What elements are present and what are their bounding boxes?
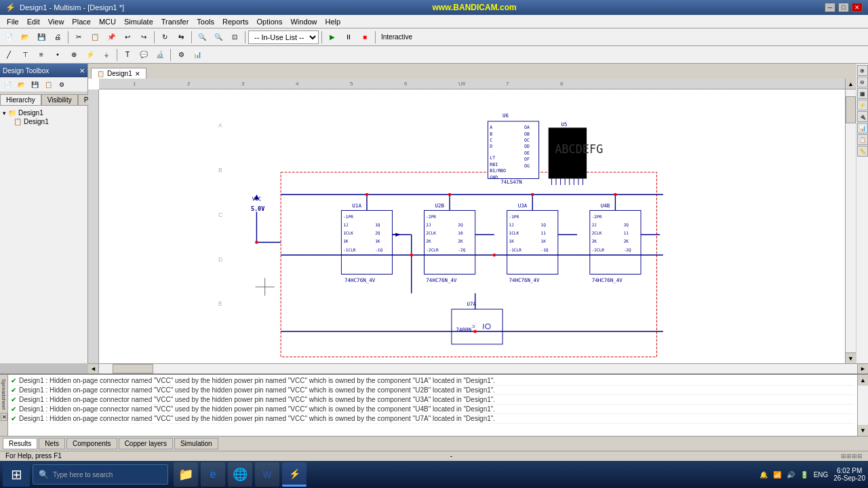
schematic-diagram[interactable]: A B C D E VCC 5.0V [99,89,845,363]
h-scroll-thumb[interactable] [113,364,153,373]
copy-button[interactable]: 📋 [87,30,102,45]
bus-tool[interactable]: ≡ [34,47,49,62]
h-scroll-track[interactable] [99,364,857,373]
text-tool[interactable]: T [120,47,135,62]
tab-visibility[interactable]: Visibility [41,94,78,105]
sim-settings-button[interactable]: ⚙ [174,47,189,62]
zoom-in-button[interactable]: 🔍 [195,30,210,45]
menu-simulate[interactable]: Simulate [120,16,157,27]
pause-button[interactable]: ⏸ [341,30,356,45]
rp-btn-6[interactable]: 📊 [857,123,868,134]
rp-btn-2[interactable]: ⊖ [857,77,868,87]
rp-btn-7[interactable]: 📋 [857,134,868,145]
cut-button[interactable]: ✂ [71,30,86,45]
menu-edit[interactable]: Edit [23,16,44,27]
msg-scroll-up[interactable]: ▲ [858,375,868,386]
toolbox-new-btn[interactable]: 📄 [1,79,14,91]
tab-simulation[interactable]: Simulation [174,438,218,449]
probe-tool[interactable]: 🔬 [153,47,167,62]
toolbox-tree: ▾ 📁 Design1 📋 Design1 [0,106,87,363]
menu-options[interactable]: Options [253,16,287,27]
maximize-button[interactable]: □ [838,3,849,12]
scroll-up-button[interactable]: ▲ [846,79,856,89]
save-button[interactable]: 💾 [34,30,49,45]
menu-view[interactable]: View [44,16,68,27]
taskbar-edge[interactable]: 🌐 [228,462,252,487]
undo-button[interactable]: ↩ [120,30,135,45]
close-button[interactable]: ✕ [852,3,863,12]
toolbox-copy-btn[interactable]: 📋 [42,79,54,91]
svg-text:OB: OB [524,131,530,137]
wire-tool[interactable]: ╱ [1,47,16,62]
rp-btn-4[interactable]: ⚡ [857,100,868,110]
svg-text:RBI: RBI [490,162,498,167]
menu-place[interactable]: Place [68,16,95,27]
horizontal-scrollbar[interactable]: ◄ ► [88,363,868,373]
toolbox-settings-btn[interactable]: ⚙ [56,79,68,91]
menu-file[interactable]: File [3,16,23,27]
junction-tool[interactable]: • [50,47,65,62]
taskbar-file-explorer[interactable]: 📁 [174,462,198,487]
new-button[interactable]: 📄 [1,30,16,45]
toolbox-open-btn[interactable]: 📂 [15,79,27,91]
grapher-button[interactable]: 📊 [190,47,205,62]
design-tab-close[interactable]: ✕ [135,70,140,77]
menu-window[interactable]: Window [286,16,321,27]
rp-btn-5[interactable]: 🔌 [857,111,868,122]
status-help-text: For Help, press F1 [5,452,62,460]
run-button[interactable]: ▶ [325,30,340,45]
net-tool[interactable]: ⊤ [18,47,33,62]
taskbar-multisim[interactable]: ⚡ [282,462,307,487]
in-use-list-dropdown[interactable]: -- In-Use List -- [248,30,319,44]
schematic-canvas[interactable]: 1 2 3 4 5 6 U6 7 8 [88,79,845,363]
tab-hierarchy[interactable]: Hierarchy [0,94,41,105]
tree-item-design1-folder[interactable]: ▾ 📁 Design1 [3,108,85,117]
ground-tool[interactable]: ⏚ [99,47,114,62]
menu-tools[interactable]: Tools [193,16,218,27]
stop-button[interactable]: ■ [357,30,372,45]
print-button[interactable]: 🖨 [50,30,65,45]
rp-btn-3[interactable]: ▦ [857,88,868,99]
zoom-fit-button[interactable]: ⊡ [227,30,242,45]
scroll-thumb[interactable] [846,96,856,123]
tab-components[interactable]: Components [66,438,117,449]
rotate-button[interactable]: ↻ [157,30,172,45]
comment-tool[interactable]: 💬 [136,47,151,62]
component-tool[interactable]: ⊕ [66,47,81,62]
zoom-out-button[interactable]: 🔍 [211,30,226,45]
svg-text:74HC76N_4V: 74HC76N_4V [509,277,540,283]
redo-button[interactable]: ↪ [136,30,151,45]
toolbox-close-button[interactable]: ✕ [79,67,85,75]
menu-reports[interactable]: Reports [218,16,253,27]
taskbar-search-box[interactable]: 🔍 Type here to search [33,464,168,485]
tree-item-design1-schematic[interactable]: 📋 Design1 [3,117,85,126]
start-button[interactable]: ⊞ [3,462,30,487]
message-scrollbar[interactable]: ▲ ▼ [857,375,868,436]
design-tab-design1[interactable]: 📋 Design1 ✕ [91,68,146,79]
scroll-track[interactable] [846,89,856,352]
menu-help[interactable]: Help [321,16,345,27]
tab-copper-layers[interactable]: Copper layers [119,438,173,449]
scroll-left-button[interactable]: ◄ [88,364,99,373]
taskbar-ie[interactable]: e [201,462,225,487]
scroll-down-button[interactable]: ▼ [846,352,856,363]
rp-btn-1[interactable]: ⊕ [857,65,868,76]
tab-nets[interactable]: Nets [39,438,65,449]
menu-mcu[interactable]: MCU [95,16,120,27]
msg-scroll-track[interactable] [858,386,868,425]
rp-btn-8[interactable]: 📏 [857,146,868,157]
flip-button[interactable]: ⇆ [174,30,189,45]
paste-button[interactable]: 📌 [104,30,119,45]
msg-scroll-down[interactable]: ▼ [858,425,868,436]
menu-transfer[interactable]: Transfer [157,16,193,27]
minimize-button[interactable]: ─ [825,3,835,12]
scroll-right-button[interactable]: ► [857,364,868,373]
taskbar-word[interactable]: W [255,462,279,487]
spreadsheet-tab[interactable]: Spreadsheet [0,376,7,412]
tab-results[interactable]: Results [3,438,37,449]
power-tool[interactable]: ⚡ [83,47,98,62]
vertical-scrollbar[interactable]: ▲ ▼ [845,79,856,363]
open-button[interactable]: 📂 [18,30,33,45]
close-bottom-button[interactable]: ✕ [1,413,7,421]
toolbox-save-btn[interactable]: 💾 [28,79,41,91]
